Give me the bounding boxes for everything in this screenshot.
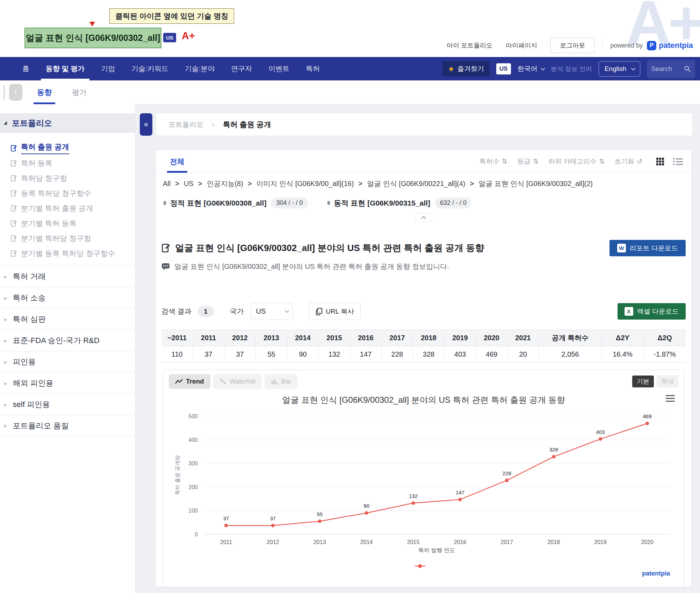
svg-text:400: 400 bbox=[188, 437, 198, 443]
document-edit-icon bbox=[10, 175, 17, 182]
search-input[interactable] bbox=[651, 65, 681, 73]
sidebar-item-patent-registration[interactable]: 특허 등록 bbox=[0, 156, 135, 171]
sidebar-section-self-citations[interactable]: ▸ self 피인용 bbox=[0, 394, 135, 415]
highlighted-tech-name: 얼굴 표현 인식 [G06K9/00302_all] bbox=[24, 28, 161, 48]
subcategory-dynamic-expression[interactable]: 동적 표현 [G06K9/00315_all] bbox=[334, 198, 430, 208]
path-item-all[interactable]: All bbox=[163, 180, 171, 188]
analysis-language-dropdown[interactable]: English bbox=[599, 61, 640, 77]
logout-button[interactable]: 로그아웃 bbox=[550, 38, 594, 53]
tab-evaluation[interactable]: 평가 bbox=[72, 80, 87, 104]
sidebar-section-foreign-citations[interactable]: ▸ 해외 피인용 bbox=[0, 372, 135, 394]
bullet-icon bbox=[327, 201, 330, 205]
powered-by-label: powered by bbox=[610, 42, 643, 49]
sidebar-section-portfolio-quality[interactable]: ▸ 포트폴리오 품질 bbox=[0, 415, 135, 436]
table-header: 2021 bbox=[507, 330, 539, 346]
section-collapsed-icon: ▸ bbox=[4, 401, 7, 408]
section-collapsed-icon: ▸ bbox=[4, 422, 7, 429]
top-header: A+ 클릭된 아이콘 옆에 있던 기술 명칭 얼굴 표현 인식 [G06K9/0… bbox=[0, 0, 700, 57]
chart-view-waterfall-button[interactable]: Waterfall bbox=[213, 374, 262, 389]
sidebar-item-quarterly-publication[interactable]: 분기별 특허 출원 공개 bbox=[0, 201, 135, 216]
sidebar-section-standards-fda-rnd[interactable]: ▸ 표준-FDA 승인-국가 R&D bbox=[0, 330, 135, 351]
table-cell: 16.4% bbox=[602, 346, 644, 362]
svg-text:228: 228 bbox=[503, 470, 511, 476]
subcategory-static-expression[interactable]: 정적 표현 [G06K9/00308_all] bbox=[170, 198, 266, 208]
breadcrumb-parent[interactable]: 포트폴리오 bbox=[168, 120, 203, 129]
table-cell: 90 bbox=[287, 346, 319, 362]
sidebar-item-patent-publication[interactable]: 특허 출원 공개 bbox=[0, 141, 135, 156]
sidebar-section-citations[interactable]: ▸ 피인용 bbox=[0, 351, 135, 372]
chevron-down-icon bbox=[541, 66, 545, 71]
path-item-face-recognition[interactable]: 얼굴 인식 [G06K9/00221_all](4) bbox=[367, 179, 465, 188]
search-icon bbox=[684, 65, 691, 72]
nav-item-patent[interactable]: 특허 bbox=[306, 57, 320, 80]
chevron-down-icon bbox=[284, 308, 289, 313]
path-item-ai[interactable]: 인공지능(8) bbox=[207, 179, 243, 188]
word-file-icon: W bbox=[617, 244, 626, 252]
sidebar-collapse-button[interactable]: « bbox=[140, 113, 152, 136]
chart-menu-icon[interactable] bbox=[666, 395, 675, 403]
nav-item-researcher[interactable]: 연구자 bbox=[231, 57, 252, 80]
svg-text:500: 500 bbox=[188, 413, 198, 419]
subcategory-counts: 632 / - / 0 bbox=[435, 198, 471, 208]
path-item-facial-expression[interactable]: 얼굴 표현 인식 [G06K9/00302_all](2) bbox=[478, 179, 593, 188]
sidebar-section-patent-litigation[interactable]: ▸ 특허 소송 bbox=[0, 287, 135, 308]
analysis-language-value: English bbox=[605, 65, 626, 73]
path-sep-icon: > bbox=[248, 180, 252, 188]
my-portfolio-link[interactable]: 마이 포트폴리오 bbox=[447, 41, 492, 50]
chart-basic-button[interactable]: 기본 bbox=[632, 376, 654, 387]
section-collapsed-icon: ▸ bbox=[4, 294, 7, 302]
chart-view-trend-button[interactable]: Trend bbox=[169, 374, 210, 389]
chart-view-bar-button[interactable]: Bar bbox=[265, 374, 298, 389]
country-select[interactable]: US bbox=[251, 303, 293, 320]
reset-button[interactable]: 초기화 ↺ bbox=[614, 157, 642, 166]
nav-item-tech-field[interactable]: 기술:분야 bbox=[185, 57, 215, 80]
tab-all[interactable]: 전체 bbox=[170, 150, 185, 173]
nav-item-tech-keyword[interactable]: 기술:키워드 bbox=[131, 57, 168, 80]
copy-url-button[interactable]: URL 복사 bbox=[309, 303, 361, 320]
nav-item-home[interactable]: 홈 bbox=[22, 57, 29, 80]
ui-language-dropdown[interactable]: 한국어 bbox=[518, 64, 544, 73]
sort-subcategory-count[interactable]: 하위 카테고리수 ⇅ bbox=[548, 157, 605, 166]
favorites-button[interactable]: ★ 즐겨찾기 bbox=[442, 61, 490, 77]
sidebar-section-patent-trial[interactable]: ▸ 특허 심판 bbox=[0, 308, 135, 330]
excel-download-button[interactable]: X 엑셀 다운로드 bbox=[618, 303, 686, 320]
chart-expand-button[interactable]: 확대 bbox=[657, 376, 678, 387]
sidebar-section-patent-trade[interactable]: ▸ 특허 거래 bbox=[0, 266, 135, 287]
search-result-label: 검색 결과 bbox=[161, 307, 192, 316]
document-edit-icon bbox=[10, 145, 17, 152]
page-description: 얼굴 표현 인식 [G06K9/00302_all] 분야의 US 특허 관련 … bbox=[174, 262, 449, 271]
sidebar-item-claims-per-registered[interactable]: 등록 특허당 청구항수 bbox=[0, 186, 135, 201]
back-button[interactable]: ‹ bbox=[9, 84, 22, 101]
list-view-icon[interactable] bbox=[673, 157, 683, 166]
table-header: 2012 bbox=[224, 330, 256, 346]
document-edit-icon bbox=[10, 160, 17, 167]
nav-item-trend-eval[interactable]: 동향 및 평가 bbox=[46, 57, 85, 80]
sidebar-item-claims-per-patent[interactable]: 특허당 청구항 bbox=[0, 171, 135, 186]
sort-patent-count[interactable]: 특허수 ⇅ bbox=[479, 157, 507, 166]
svg-text:147: 147 bbox=[456, 490, 464, 495]
document-edit-icon bbox=[10, 190, 17, 197]
path-item-image-recognition[interactable]: 이미지 인식 [G06K9/00_all](16) bbox=[257, 179, 354, 188]
svg-text:2014: 2014 bbox=[360, 539, 373, 545]
collapse-section-button[interactable] bbox=[415, 213, 432, 222]
category-path: All > US > 인공지능(8) > 이미지 인식 [G06K9/00_al… bbox=[156, 179, 691, 188]
sidebar-item-quarterly-registered-claims[interactable]: 분기별 등록 특허당 청구항수 bbox=[0, 246, 135, 261]
report-download-button[interactable]: W 리포트 다운로드 bbox=[609, 240, 686, 256]
sidebar-section-portfolio[interactable]: ◢ 포트폴리오 bbox=[0, 113, 135, 133]
annotation-arrow-icon bbox=[89, 22, 95, 27]
reset-icon: ↺ bbox=[637, 157, 642, 165]
sidebar-item-quarterly-registration[interactable]: 분기별 특허 등록 bbox=[0, 216, 135, 231]
brand-name: patentpia bbox=[659, 41, 693, 50]
svg-text:132: 132 bbox=[409, 493, 418, 499]
search-box[interactable] bbox=[647, 60, 695, 78]
sidebar-item-quarterly-claims[interactable]: 분기별 특허당 청구항 bbox=[0, 231, 135, 246]
nav-item-company[interactable]: 기업 bbox=[101, 57, 115, 80]
brand-logo[interactable]: P patentpia bbox=[647, 41, 693, 50]
document-edit-icon bbox=[10, 235, 17, 242]
grid-view-icon[interactable] bbox=[656, 157, 665, 166]
nav-item-event[interactable]: 이벤트 bbox=[268, 57, 289, 80]
tab-trend[interactable]: 동향 bbox=[37, 80, 52, 104]
my-page-link[interactable]: 마이페이지 bbox=[506, 41, 537, 50]
sort-grade[interactable]: 등급 ⇅ bbox=[517, 157, 539, 166]
path-item-us[interactable]: US bbox=[184, 180, 194, 188]
